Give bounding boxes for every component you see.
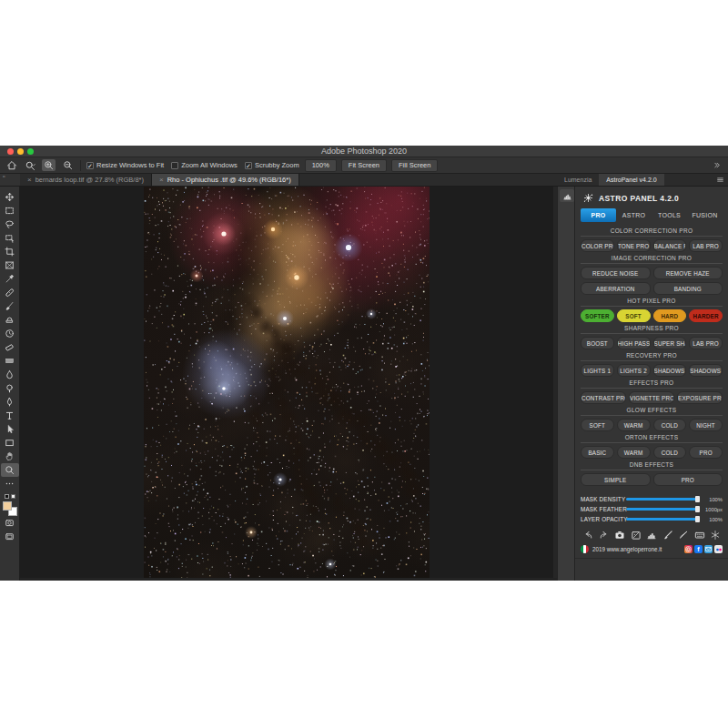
dock-toggle[interactable]: “	[0, 174, 20, 186]
hard-button[interactable]: HARD	[653, 309, 687, 322]
shadows-1-button[interactable]: SHADOWS 1	[653, 364, 687, 377]
move-tool-icon[interactable]	[1, 190, 19, 204]
redo-icon[interactable]	[599, 530, 610, 541]
checkbox-icon[interactable]: ✓	[86, 162, 94, 169]
soft-button[interactable]: SOFT	[581, 419, 614, 431]
website-link[interactable]: 2019 www.angeloperrone.it	[592, 546, 679, 552]
gradient-tool-icon[interactable]	[1, 354, 19, 368]
brush-icon[interactable]	[662, 530, 673, 541]
eraser-tool-icon[interactable]	[1, 340, 19, 354]
high-pass-button[interactable]: HIGH PASS	[617, 337, 651, 349]
balance-pro-button[interactable]: BALANCE PRO	[653, 239, 687, 252]
checkbox-icon[interactable]	[171, 162, 178, 169]
tab-tools[interactable]: TOOLS	[652, 208, 687, 222]
zoom-out-icon[interactable]	[61, 159, 75, 171]
slider-track[interactable]	[626, 498, 699, 500]
pen-tool-icon[interactable]	[1, 395, 19, 409]
document-tab[interactable]: ×Rho - Ophiuchus .tif @ 49.6% (RGB/16*)	[152, 174, 299, 186]
lights-2-button[interactable]: LIGHTS 2	[617, 364, 651, 377]
quick-mask-icon[interactable]	[1, 516, 19, 530]
eyedropper-tool-icon[interactable]	[1, 272, 19, 286]
aberration-button[interactable]: ABERRATION	[581, 282, 651, 295]
rectangle-tool-icon[interactable]	[1, 436, 19, 450]
vignette-pro-button[interactable]: VIGNETTE PRO	[629, 391, 674, 404]
panel-menu-icon[interactable]	[716, 174, 728, 186]
marquee-tool-icon[interactable]	[1, 204, 19, 217]
close-window-button[interactable]	[7, 148, 14, 155]
keyboard-icon[interactable]	[694, 530, 705, 541]
history-brush-tool-icon[interactable]	[1, 327, 19, 340]
blur-tool-icon[interactable]	[1, 368, 19, 381]
remove-haze-button[interactable]: REMOVE HAZE	[653, 267, 723, 279]
adjust-icon[interactable]	[631, 530, 642, 541]
screen-mode-icon[interactable]	[1, 530, 19, 543]
lasso-tool-icon[interactable]	[1, 217, 19, 231]
crop-tool-icon[interactable]	[1, 245, 19, 258]
dodge-tool-icon[interactable]	[1, 381, 19, 395]
panel-tab-lumenzia[interactable]: Lumenzia	[557, 174, 599, 186]
checkbox-scrubby-zoom[interactable]: ✓Scrubby Zoom	[245, 161, 299, 169]
path-selection-tool-icon[interactable]	[1, 422, 19, 436]
warm-button[interactable]: WARM	[617, 419, 651, 431]
ellipsis-tool-icon[interactable]	[1, 477, 19, 490]
instagram-icon[interactable]	[684, 545, 693, 553]
mail-icon[interactable]	[704, 545, 713, 553]
brush-tool-icon[interactable]	[1, 299, 19, 313]
shadows-2-button[interactable]: SHADOWS 2	[689, 364, 723, 377]
tone-pro-button[interactable]: TONE PRO	[617, 239, 651, 252]
lab-pro-button[interactable]: LAB PRO	[689, 239, 723, 252]
slider-track[interactable]	[626, 508, 699, 511]
slider-thumb[interactable]	[695, 506, 700, 512]
healing-brush-tool-icon[interactable]	[1, 286, 19, 299]
pen-icon[interactable]	[678, 530, 689, 541]
slider-track[interactable]	[626, 518, 699, 521]
harder-button[interactable]: HARDER	[689, 309, 723, 322]
super-sharp-button[interactable]: SUPER SHARP	[653, 337, 687, 349]
histogram-panel-icon[interactable]	[560, 189, 574, 202]
exposure-pro-button[interactable]: EXPOSURE PRO	[677, 391, 723, 404]
hand-tool-icon[interactable]	[1, 450, 19, 463]
horizontal-scrollbar[interactable]	[20, 578, 557, 581]
pro-button[interactable]: PRO	[689, 446, 723, 459]
lights-1-button[interactable]: LIGHTS 1	[581, 364, 614, 377]
default-swap-colors-icon[interactable]	[5, 494, 15, 499]
maximize-window-button[interactable]	[27, 148, 34, 155]
softer-button[interactable]: SOFTER	[581, 309, 614, 322]
close-icon[interactable]: ×	[159, 176, 164, 184]
facebook-icon[interactable]: f	[694, 545, 703, 553]
document-canvas[interactable]	[144, 187, 430, 580]
snowflake-icon[interactable]	[710, 530, 721, 541]
color-swatches[interactable]	[3, 501, 17, 516]
cold-button[interactable]: COLD	[653, 446, 687, 459]
tab-fusion[interactable]: FUSION	[687, 208, 723, 222]
slider-thumb[interactable]	[695, 516, 700, 522]
clone-stamp-tool-icon[interactable]	[1, 313, 19, 327]
fit-screen-button[interactable]: Fit Screen	[341, 159, 387, 172]
zoom-100-button[interactable]: 100%	[305, 159, 337, 172]
vertical-scrollbar[interactable]	[553, 187, 557, 581]
type-tool-icon[interactable]	[1, 409, 19, 422]
simple-button[interactable]: SIMPLE	[581, 473, 651, 486]
home-icon[interactable]	[5, 159, 18, 172]
boost-button[interactable]: BOOST	[581, 337, 614, 349]
tab-pro[interactable]: PRO	[581, 208, 616, 222]
contrast-pro-button[interactable]: CONTRAST PRO	[581, 391, 626, 404]
collapse-panels-icon[interactable]	[710, 159, 723, 172]
checkbox-zoom-all-windows[interactable]: Zoom All Windows	[171, 161, 238, 169]
reduce-noise-button[interactable]: REDUCE NOISE	[581, 267, 651, 279]
panel-tab-astropanel-v4-2-0[interactable]: AstroPanel v4.2.0	[599, 174, 663, 186]
soft-button[interactable]: SOFT	[617, 309, 651, 322]
cold-button[interactable]: COLD	[653, 419, 687, 431]
histogram-icon[interactable]	[646, 530, 657, 541]
object-selection-tool-icon[interactable]	[1, 231, 19, 245]
pro-button[interactable]: PRO	[653, 473, 723, 486]
color-pro-button[interactable]: COLOR PRO	[581, 239, 614, 252]
undo-icon[interactable]	[582, 530, 593, 541]
foreground-color-swatch[interactable]	[3, 501, 12, 511]
fill-screen-button[interactable]: Fill Screen	[391, 159, 438, 172]
close-icon[interactable]: ×	[27, 176, 32, 184]
frame-tool-icon[interactable]	[1, 258, 19, 272]
minimize-window-button[interactable]	[17, 148, 24, 155]
document-tab[interactable]: ×bernards loop.tif @ 27.8% (RGB/8*)	[20, 174, 152, 186]
warm-button[interactable]: WARM	[617, 446, 651, 459]
